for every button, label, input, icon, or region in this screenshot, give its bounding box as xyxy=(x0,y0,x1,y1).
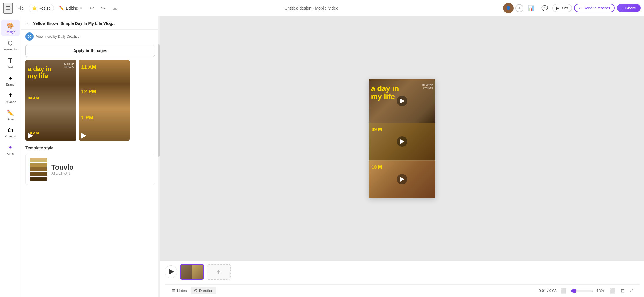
timeline-play-button[interactable] xyxy=(165,265,177,278)
design-canvas[interactable]: ♥ a day inmy life BY DONNASTROUPE 09 M xyxy=(369,79,435,198)
apply-both-pages-button[interactable]: Apply both pages xyxy=(25,45,155,57)
resize-label: Resize xyxy=(39,6,51,10)
template-card-1[interactable]: a day inmy life BY DONNASTROUPE 09 AM 10… xyxy=(25,60,76,141)
screen-view-button[interactable]: ⬜ xyxy=(609,287,617,295)
template-preview-1: a day inmy life BY DONNASTROUPE 09 AM 10… xyxy=(25,60,76,141)
sidebar-item-brand[interactable]: ♠ Brand xyxy=(1,73,20,88)
back-button[interactable]: ← xyxy=(25,20,31,26)
duration-label: Duration xyxy=(199,289,213,293)
expand-button[interactable]: ⤢ xyxy=(629,287,635,295)
notes-label: Notes xyxy=(177,289,187,293)
swatch-5 xyxy=(30,177,47,181)
view-more-link[interactable]: View more by Daily Creative xyxy=(36,35,80,39)
bottom-bar-right: 0:01 / 0:03 ⬜ 18% ⬜ ⊞ ⤢ xyxy=(539,287,635,295)
design-panel: ← Yellow Brown Simple Day In My Life Vlo… xyxy=(21,16,160,297)
notes-icon: ☰ xyxy=(172,289,176,293)
canvas-section-mid: 09 M xyxy=(369,123,435,160)
style-swatches xyxy=(30,158,47,181)
share-label: Share xyxy=(625,6,636,10)
template-style-card[interactable]: Touvlo AILERON xyxy=(25,154,155,185)
style-font: AILERON xyxy=(51,171,74,175)
undo-button[interactable]: ↩ xyxy=(87,3,96,13)
pen-icon: ✏️ xyxy=(59,6,64,10)
menu-icon[interactable]: ☰ xyxy=(3,3,13,14)
sidebar-projects-label: Projects xyxy=(5,135,16,138)
fit-screen-button[interactable]: ⬜ xyxy=(559,287,568,295)
elements-icon: ⬡ xyxy=(8,39,13,46)
panel-title: Yellow Brown Simple Day In My Life Vlog.… xyxy=(33,21,155,26)
template-time-2c: 1 PM xyxy=(81,115,93,121)
avatar[interactable]: 👤 xyxy=(503,3,514,13)
sidebar-item-apps[interactable]: ✦ Apps xyxy=(1,142,20,158)
timeline-frame-thumb[interactable]: 3.2s xyxy=(180,264,204,280)
scrollbar-thumb[interactable] xyxy=(158,44,160,157)
canvas-play-mid[interactable] xyxy=(397,136,407,147)
design-icon: 🎨 xyxy=(7,22,14,29)
cloud-save-button[interactable]: ☁ xyxy=(110,3,120,13)
zoom-area xyxy=(570,289,594,293)
play-duration: 3.2s xyxy=(561,6,568,10)
editing-label: Editing xyxy=(66,6,78,10)
timeline-area: 3.2s + ☰ Notes ⏱ Duration 0:01 / xyxy=(160,261,644,297)
canvas-section-bottom: 10 M xyxy=(369,160,435,198)
canvas-area: ♥ a day inmy life BY DONNASTROUPE 09 M xyxy=(160,16,644,297)
template-play-2 xyxy=(81,133,87,139)
sidebar-brand-label: Brand xyxy=(6,83,14,86)
template-card-2[interactable]: 11 AM 12 PM 1 PM xyxy=(79,60,130,141)
creator-row: DC View more by Daily Creative xyxy=(21,30,160,41)
sidebar-apps-label: Apps xyxy=(7,152,14,155)
sidebar-item-design[interactable]: 🎨 Design xyxy=(1,20,20,36)
zoom-slider[interactable] xyxy=(570,289,594,293)
resize-button[interactable]: ⭐ Resize xyxy=(29,4,54,12)
panel-header: ← Yellow Brown Simple Day In My Life Vlo… xyxy=(21,16,160,30)
canvas-play-bottom[interactable] xyxy=(397,174,407,184)
grid-view-button[interactable]: ⊞ xyxy=(620,287,626,295)
frame-left xyxy=(181,265,192,279)
template-style-title: Template style xyxy=(21,146,160,154)
check-circle-icon: ✓ xyxy=(579,6,582,10)
add-frame-button[interactable]: + xyxy=(207,264,231,280)
redo-button[interactable]: ↪ xyxy=(98,3,107,13)
sidebar-item-text[interactable]: T Text xyxy=(1,55,20,71)
template-time-1a: 09 AM xyxy=(28,96,39,100)
stats-button[interactable]: 📊 xyxy=(526,3,537,13)
template-sub-1: BY DONNASTROUPE xyxy=(64,63,74,68)
duration-button[interactable]: ⏱ Duration xyxy=(191,287,216,294)
preview-play-button[interactable]: ▶ 3.2s xyxy=(552,4,572,12)
chevron-down-icon: ▾ xyxy=(80,6,82,10)
send-to-teacher-button[interactable]: ✓ Send to teacher xyxy=(574,4,615,12)
sidebar-item-projects[interactable]: 🗂 Projects xyxy=(1,124,20,140)
sidebar-item-elements[interactable]: ⬡ Elements xyxy=(1,37,20,53)
zoom-level: 18% xyxy=(596,289,606,293)
template-play-1 xyxy=(28,133,34,139)
time-display: 0:01 / 0:03 xyxy=(539,289,557,293)
swatch-1 xyxy=(30,158,47,162)
play-btn-triangle-icon xyxy=(169,269,174,274)
editing-button[interactable]: ✏️ Editing ▾ xyxy=(56,4,85,12)
sidebar-uploads-label: Uploads xyxy=(4,100,16,104)
creator-badge: DC xyxy=(25,32,34,41)
document-title: Untitled design - Mobile Video xyxy=(122,6,501,10)
play-triangle-bottom-icon xyxy=(400,177,404,182)
canvas-mid-text: 09 M xyxy=(372,127,382,132)
user-area: 👤 + xyxy=(503,3,523,13)
share-button[interactable]: ↑ Share xyxy=(617,4,641,12)
frame-thumb-content xyxy=(181,265,203,279)
icon-sidebar: 🎨 Design ⬡ Elements T Text ♠ Brand ⬆ Upl… xyxy=(0,16,21,297)
main-layout: 🎨 Design ⬡ Elements T Text ♠ Brand ⬆ Upl… xyxy=(0,16,644,297)
avatar-initials: 👤 xyxy=(506,6,511,10)
template-preview-2: 11 AM 12 PM 1 PM xyxy=(79,60,130,141)
canvas-section-top: a day inmy life BY DONNASTROUPE xyxy=(369,79,435,123)
play-triangle-mid-icon xyxy=(400,139,404,144)
uploads-icon: ⬆ xyxy=(8,92,13,99)
panel-scrollbar[interactable] xyxy=(158,16,160,297)
templates-grid: a day inmy life BY DONNASTROUPE 09 AM 10… xyxy=(21,60,160,146)
file-button[interactable]: File xyxy=(15,4,26,12)
template-time-2a: 11 AM xyxy=(81,64,96,70)
sidebar-item-draw[interactable]: ✏️ Draw xyxy=(1,107,20,123)
add-collaborator-button[interactable]: + xyxy=(515,4,523,12)
comment-button[interactable]: 💬 xyxy=(539,3,550,13)
sidebar-item-uploads[interactable]: ⬆ Uploads xyxy=(1,90,20,106)
notes-button[interactable]: ☰ Notes xyxy=(169,287,190,294)
bottom-bar: ☰ Notes ⏱ Duration 0:01 / 0:03 ⬜ 18% ⬜ xyxy=(165,284,639,297)
